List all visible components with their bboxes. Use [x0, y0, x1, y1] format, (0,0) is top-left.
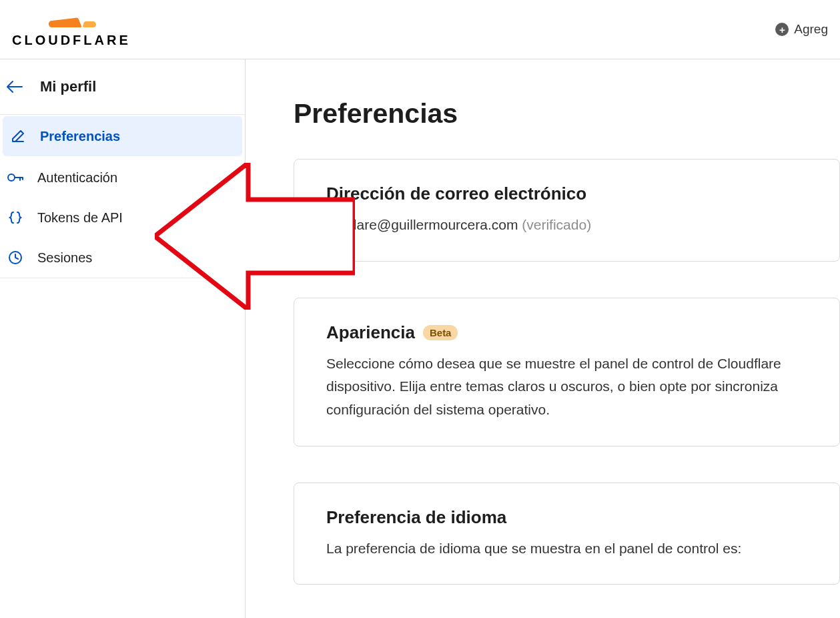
add-button-label: Agreg [794, 22, 828, 37]
logo[interactable]: CLOUDFLARE [12, 11, 131, 48]
sidebar-list: Preferencias Autenticación Tokens de API… [0, 114, 245, 278]
language-card-title: Preferencia de idioma [326, 507, 807, 528]
header: CLOUDFLARE + Agreg [0, 0, 840, 59]
braces-icon [7, 209, 24, 226]
language-card: Preferencia de idioma La preferencia de … [294, 483, 840, 585]
sidebar-item-label: Preferencias [40, 129, 120, 144]
sidebar-item-api-tokens[interactable]: Tokens de API [0, 198, 245, 238]
appearance-card-title-row: Apariencia Beta [326, 322, 807, 343]
appearance-card: Apariencia Beta Seleccione cómo desea qu… [294, 298, 840, 446]
svg-point-0 [8, 174, 15, 181]
sidebar: Mi perfil Preferencias Autenticación Tok [0, 59, 246, 618]
plus-circle-icon: + [775, 23, 789, 36]
brand-name: CLOUDFLARE [12, 33, 131, 48]
layout: Mi perfil Preferencias Autenticación Tok [0, 59, 840, 618]
language-card-description: La preferencia de idioma que se muestra … [326, 537, 807, 561]
cloudflare-cloud-icon [45, 11, 97, 31]
appearance-card-description: Seleccione cómo desea que se muestre el … [326, 352, 807, 422]
pencil-icon [9, 127, 27, 145]
sidebar-item-label: Tokens de API [37, 210, 123, 226]
sidebar-item-label: Autenticación [37, 170, 117, 186]
add-button[interactable]: + Agreg [775, 22, 828, 37]
main-content: Preferencias Dirección de correo electró… [246, 59, 840, 618]
sidebar-item-preferences[interactable]: Preferencias [3, 116, 242, 156]
email-verified-label: (verificado) [522, 217, 591, 232]
email-card-title: Dirección de correo electrónico [326, 184, 807, 204]
key-icon [7, 169, 24, 186]
email-value: oudflare@guillermourcera.com [326, 217, 518, 232]
sidebar-item-sessions[interactable]: Sesiones [0, 238, 245, 278]
sidebar-header: Mi perfil [0, 59, 245, 114]
appearance-card-title: Apariencia [326, 322, 415, 343]
beta-badge: Beta [423, 325, 458, 340]
sidebar-item-authentication[interactable]: Autenticación [0, 158, 245, 198]
email-value-row: oudflare@guillermourcera.com (verificado… [326, 214, 807, 237]
email-card: Dirección de correo electrónico oudflare… [294, 159, 840, 262]
page-title: Preferencias [294, 98, 840, 129]
sidebar-item-label: Sesiones [37, 250, 92, 266]
clock-icon [7, 249, 24, 266]
back-arrow-icon[interactable] [5, 80, 24, 93]
sidebar-title: Mi perfil [40, 78, 96, 95]
